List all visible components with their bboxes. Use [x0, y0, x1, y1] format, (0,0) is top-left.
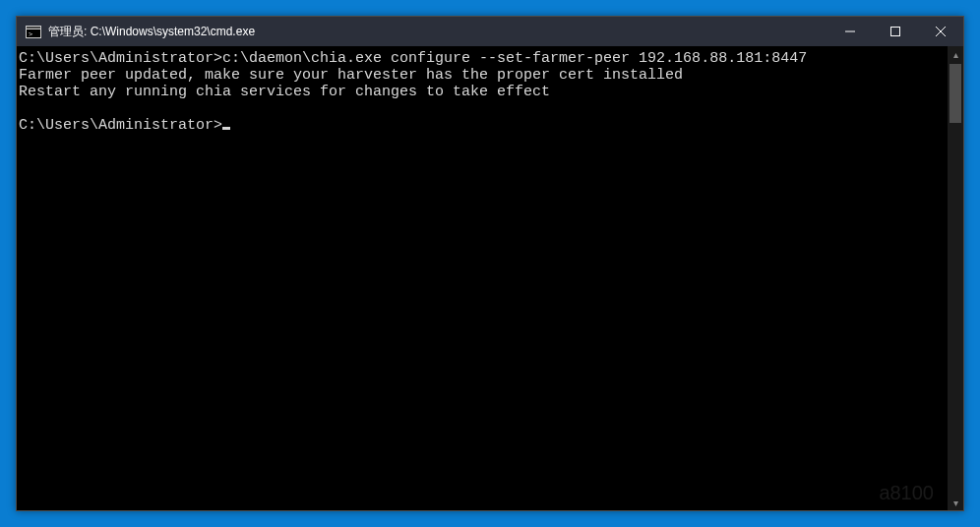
terminal-line: C:\Users\Administrator>c:\daemon\chia.ex…	[19, 50, 946, 67]
window-title: 管理员: C:\Windows\system32\cmd.exe	[48, 24, 255, 40]
terminal-area: C:\Users\Administrator>c:\daemon\chia.ex…	[17, 46, 963, 510]
svg-rect-1	[27, 26, 41, 29]
terminal-line	[19, 100, 946, 117]
svg-rect-4	[891, 28, 900, 36]
cmd-icon: >_	[25, 24, 42, 39]
prompt: C:\Users\Administrator>	[19, 117, 222, 134]
prompt: C:\Users\Administrator>	[19, 50, 222, 67]
scroll-down-icon[interactable]: ▾	[948, 495, 963, 510]
terminal-line: Restart any running chia services for ch…	[19, 84, 946, 100]
scrollbar-thumb[interactable]	[949, 64, 961, 123]
scrollbar[interactable]: ▴ ▾	[948, 46, 963, 510]
titlebar[interactable]: >_ 管理员: C:\Windows\system32\cmd.exe	[17, 17, 963, 46]
terminal-line: C:\Users\Administrator>	[19, 117, 946, 134]
command-text: c:\daemon\chia.exe configure --set-farme…	[222, 50, 807, 67]
terminal-output[interactable]: C:\Users\Administrator>c:\daemon\chia.ex…	[17, 46, 948, 510]
scroll-up-icon[interactable]: ▴	[948, 46, 963, 62]
cursor	[222, 127, 230, 130]
maximize-button[interactable]	[873, 17, 918, 46]
minimize-button[interactable]	[827, 17, 873, 46]
svg-text:>_: >_	[29, 30, 37, 38]
output-text: Restart any running chia services for ch…	[19, 84, 550, 100]
output-text	[19, 100, 28, 117]
output-text: Farmer peer updated, make sure your harv…	[19, 67, 683, 84]
close-button[interactable]	[918, 17, 963, 46]
terminal-line: Farmer peer updated, make sure your harv…	[19, 67, 946, 84]
cmd-window: >_ 管理员: C:\Windows\system32\cmd.exe C:\U…	[16, 16, 964, 511]
